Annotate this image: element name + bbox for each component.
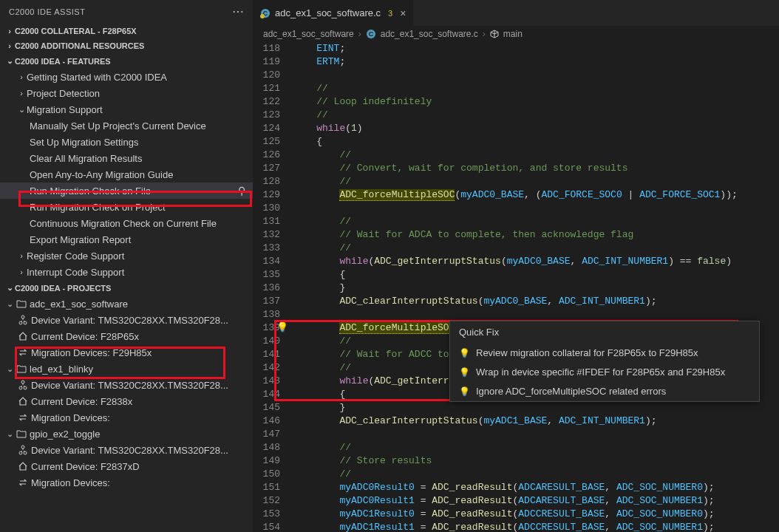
tree-item[interactable]: Run Migration Check on File⚲ <box>0 183 253 199</box>
variant-icon <box>16 314 30 326</box>
code-line[interactable]: { <box>293 268 779 282</box>
code-line[interactable] <box>293 202 779 215</box>
project-detail[interactable]: Device Variant: TMS320C28XX.TMS320F28... <box>0 442 253 458</box>
project-detail[interactable]: Device Variant: TMS320C28XX.TMS320F28... <box>0 377 253 393</box>
project-detail[interactable]: Migration Devices: F29H85x <box>0 344 253 361</box>
code-line[interactable]: while(ADC_getInterruptStatus(myADC0_BASE… <box>293 255 779 268</box>
code-line[interactable]: // <box>293 82 779 95</box>
detail-label: Current Device: F2838x <box>31 396 132 407</box>
code-line[interactable]: { <box>293 135 779 149</box>
section-header[interactable]: ⌄C2000 IDEA - PROJECTS <box>0 280 253 296</box>
run-debug-icon[interactable]: ⚲ <box>238 185 245 197</box>
code-line[interactable]: // <box>293 468 779 481</box>
cube-icon <box>490 30 499 38</box>
project-detail[interactable]: Migration Devices: <box>0 409 253 426</box>
sidebar: C2000 IDE ASSIST ⋯ ›C2000 COLLATERAL - F… <box>0 0 253 532</box>
chevron-icon: › <box>16 251 27 260</box>
tree-item[interactable]: ›Interrupt Code Support <box>0 264 253 280</box>
code-line[interactable]: // <box>293 109 779 122</box>
tree-item[interactable]: Run Migration Check on Project <box>0 199 253 215</box>
code-line[interactable]: // <box>293 441 779 454</box>
chevron-icon: › <box>4 27 15 35</box>
tree-item[interactable]: Open Any-to-Any Migration Guide <box>0 166 253 183</box>
tree-item[interactable]: Export Migration Report <box>0 231 253 248</box>
section-label: C2000 IDEA - PROJECTS <box>15 284 111 293</box>
quickfix-item[interactable]: 💡Wrap in device specific #IFDEF for F28P… <box>450 363 759 382</box>
project-detail[interactable]: Device Variant: TMS320C28XX.TMS320F28... <box>0 312 253 328</box>
close-icon[interactable]: × <box>400 7 406 19</box>
code-area[interactable]: 1181191201211221231241251261271281291301… <box>253 42 779 532</box>
breadcrumb-folder[interactable]: adc_ex1_soc_software <box>263 29 354 39</box>
code-line[interactable]: // <box>293 175 779 188</box>
project-row[interactable]: ⌄gpio_ex2_toggle <box>0 426 253 442</box>
code-line[interactable]: ADC_clearInterruptStatus(myADC0_BASE, AD… <box>293 295 779 308</box>
code-line[interactable]: ADC_forceMultipleSOC(myADC0_BASE, (ADC_F… <box>293 188 779 202</box>
quickfix-item[interactable]: 💡Ignore ADC_forceMultipleSOC related err… <box>450 382 759 401</box>
tree-label: Getting Started with C2000 IDEA <box>27 72 167 83</box>
code-line[interactable]: while(1) <box>293 122 779 135</box>
quickfix-item[interactable]: 💡Review migration collateral for F28P65x… <box>450 344 759 363</box>
section-header[interactable]: ›C2000 COLLATERAL - F28P65X <box>0 24 253 38</box>
lightbulb-icon: 💡 <box>459 385 470 398</box>
project-detail[interactable]: Current Device: F2837xD <box>0 458 253 474</box>
code-line[interactable]: // <box>293 149 779 162</box>
more-icon[interactable]: ⋯ <box>232 6 245 18</box>
code-line[interactable]: myADC1Result0 = ADC_readResult(ADCCRESUL… <box>293 508 779 521</box>
code-line[interactable] <box>293 69 779 82</box>
code-line[interactable] <box>293 428 779 441</box>
tree-item[interactable]: Clear All Migration Results <box>0 150 253 166</box>
tree-label: Export Migration Report <box>30 234 131 245</box>
code-line[interactable]: myADC0Result1 = ADC_readResult(ADCARESUL… <box>293 494 779 508</box>
tree-item[interactable]: ›Getting Started with C2000 IDEA <box>0 69 253 85</box>
tree-item[interactable]: ›Register Code Support <box>0 248 253 264</box>
code-line[interactable]: // Store results <box>293 454 779 468</box>
project-row[interactable]: ⌄adc_ex1_soc_software <box>0 296 253 312</box>
project-name: adc_ex1_soc_software <box>30 299 128 310</box>
tab-file[interactable]: C adc_ex1_soc_software.c 3 × <box>253 0 413 26</box>
code-line[interactable]: } <box>293 401 779 415</box>
tree-item[interactable]: Continuous Migration Check on Current Fi… <box>0 215 253 231</box>
code-line[interactable]: EINT; <box>293 42 779 55</box>
swap-icon <box>16 477 30 488</box>
tree-item[interactable]: ›Project Detection <box>0 85 253 101</box>
tree-item[interactable]: ⌄Migration Support <box>0 101 253 117</box>
home-icon <box>16 460 30 472</box>
quickfix-text: Ignore ADC_forceMultipleSOC related erro… <box>476 385 666 398</box>
svg-point-1 <box>19 321 22 324</box>
code-line[interactable]: // Convert, wait for completion, and sto… <box>293 162 779 175</box>
breadcrumb-file[interactable]: adc_ex1_soc_software.c <box>381 29 478 39</box>
code-line[interactable]: myADC1Result1 = ADC_readResult(ADCCRESUL… <box>293 521 779 532</box>
tree-label: Migration Support <box>27 104 103 115</box>
lightbulb-icon[interactable]: 💡 <box>276 321 288 335</box>
code-line[interactable]: } <box>293 282 779 295</box>
code-line[interactable]: // Wait for ADCA to complete, then ackno… <box>293 228 779 242</box>
chevron-icon: ⌄ <box>4 283 15 293</box>
section-header[interactable]: ›C2000 ADDITIONAL RESOURCES <box>0 38 253 53</box>
swap-icon <box>16 347 30 358</box>
tree-label: Run Migration Check on Project <box>30 202 166 213</box>
lightbulb-icon: 💡 <box>459 347 470 360</box>
code-line[interactable]: ADC_clearInterruptStatus(myADC1_BASE, AD… <box>293 415 779 428</box>
breadcrumb-symbol[interactable]: main <box>503 29 523 39</box>
project-detail[interactable]: Migration Devices: <box>0 474 253 491</box>
tree-item[interactable]: Set Up Migration Settings <box>0 134 253 150</box>
code-line[interactable]: ERTM; <box>293 55 779 69</box>
code-line[interactable]: // <box>293 215 779 228</box>
code-line[interactable] <box>293 308 779 321</box>
code-content[interactable]: EINT; ERTM; // // Loop indefinitely // w… <box>293 42 779 532</box>
project-row[interactable]: ⌄led_ex1_blinky <box>0 361 253 377</box>
tree-item[interactable]: Manually Set Up Project's Current Device <box>0 117 253 134</box>
tree-label: Manually Set Up Project's Current Device <box>30 120 206 132</box>
code-line[interactable]: // <box>293 242 779 255</box>
section-header[interactable]: ⌄C2000 IDEA - FEATURES <box>0 53 253 69</box>
code-line[interactable]: // Loop indefinitely <box>293 95 779 109</box>
svg-point-3 <box>21 381 24 383</box>
breadcrumb[interactable]: adc_ex1_soc_software › C adc_ex1_soc_sof… <box>253 26 779 42</box>
tab-warn-count: 3 <box>388 9 392 18</box>
project-detail[interactable]: Current Device: F28P65x <box>0 328 253 344</box>
code-line[interactable]: myADC0Result0 = ADC_readResult(ADCARESUL… <box>293 481 779 494</box>
project-detail[interactable]: Current Device: F2838x <box>0 393 253 409</box>
detail-label: Current Device: F2837xD <box>31 461 140 472</box>
sidebar-title-row[interactable]: C2000 IDE ASSIST ⋯ <box>0 0 253 24</box>
project-name: led_ex1_blinky <box>30 364 93 375</box>
